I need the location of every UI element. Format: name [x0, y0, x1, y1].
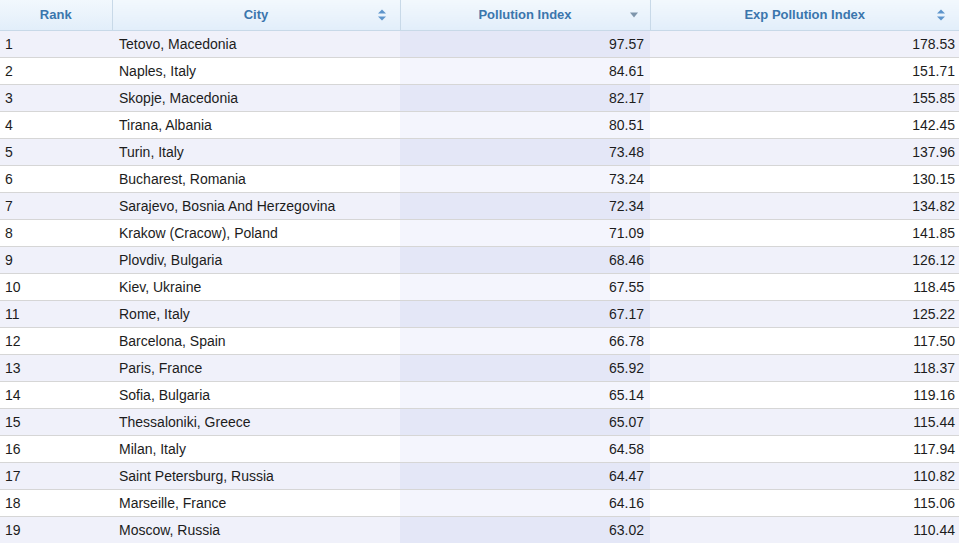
exp-pollution-index-cell: 134.82 — [650, 192, 959, 219]
table-row: 18 Marseille, France 64.16 115.06 — [0, 489, 959, 516]
col-header-exp-pollution-index[interactable]: Exp Pollution Index — [650, 0, 959, 30]
pollution-index-cell: 97.57 — [400, 30, 650, 57]
city-cell: Tetovo, Macedonia — [112, 30, 400, 57]
rank-cell: 2 — [0, 57, 112, 84]
rank-cell: 7 — [0, 192, 112, 219]
rank-cell: 18 — [0, 489, 112, 516]
sort-both-icon — [378, 8, 386, 21]
pollution-index-cell: 68.46 — [400, 246, 650, 273]
pollution-index-cell: 80.51 — [400, 111, 650, 138]
col-header-rank[interactable]: Rank — [0, 0, 112, 30]
table-row: 15 Thessaloniki, Greece 65.07 115.44 — [0, 408, 959, 435]
table-row: 3 Skopje, Macedonia 82.17 155.85 — [0, 84, 959, 111]
pollution-index-cell: 65.14 — [400, 381, 650, 408]
exp-pollution-index-cell: 118.37 — [650, 354, 959, 381]
city-cell: Thessaloniki, Greece — [112, 408, 400, 435]
col-header-city-label: City — [244, 7, 269, 22]
exp-pollution-index-cell: 141.85 — [650, 219, 959, 246]
sort-desc-icon — [630, 12, 638, 17]
table-row: 16 Milan, Italy 64.58 117.94 — [0, 435, 959, 462]
exp-pollution-index-cell: 117.94 — [650, 435, 959, 462]
rank-cell: 15 — [0, 408, 112, 435]
rank-cell: 6 — [0, 165, 112, 192]
pollution-index-cell: 67.55 — [400, 273, 650, 300]
city-cell: Moscow, Russia — [112, 516, 400, 543]
exp-pollution-index-cell: 137.96 — [650, 138, 959, 165]
table-row: 12 Barcelona, Spain 66.78 117.50 — [0, 327, 959, 354]
pollution-index-cell: 71.09 — [400, 219, 650, 246]
pollution-index-cell: 64.16 — [400, 489, 650, 516]
pollution-index-cell: 67.17 — [400, 300, 650, 327]
city-cell: Bucharest, Romania — [112, 165, 400, 192]
city-cell: Saint Petersburg, Russia — [112, 462, 400, 489]
exp-pollution-index-cell: 117.50 — [650, 327, 959, 354]
rank-cell: 19 — [0, 516, 112, 543]
rank-cell: 16 — [0, 435, 112, 462]
city-cell: Sofia, Bulgaria — [112, 381, 400, 408]
city-cell: Plovdiv, Bulgaria — [112, 246, 400, 273]
city-cell: Naples, Italy — [112, 57, 400, 84]
pollution-index-cell: 72.34 — [400, 192, 650, 219]
col-header-pollution-index[interactable]: Pollution Index — [400, 0, 650, 30]
col-header-rank-label: Rank — [40, 7, 72, 22]
city-cell: Turin, Italy — [112, 138, 400, 165]
rank-cell: 13 — [0, 354, 112, 381]
rank-cell: 3 — [0, 84, 112, 111]
col-header-exp-pollution-index-label: Exp Pollution Index — [744, 7, 865, 22]
table-row: 11 Rome, Italy 67.17 125.22 — [0, 300, 959, 327]
table-row: 1 Tetovo, Macedonia 97.57 178.53 — [0, 30, 959, 57]
table-row: 7 Sarajevo, Bosnia And Herzegovina 72.34… — [0, 192, 959, 219]
pollution-index-cell: 64.47 — [400, 462, 650, 489]
pollution-index-cell: 66.78 — [400, 327, 650, 354]
pollution-index-cell: 84.61 — [400, 57, 650, 84]
table-row: 13 Paris, France 65.92 118.37 — [0, 354, 959, 381]
rank-cell: 8 — [0, 219, 112, 246]
rank-cell: 11 — [0, 300, 112, 327]
table-row: 10 Kiev, Ukraine 67.55 118.45 — [0, 273, 959, 300]
table-row: 2 Naples, Italy 84.61 151.71 — [0, 57, 959, 84]
exp-pollution-index-cell: 142.45 — [650, 111, 959, 138]
rank-cell: 1 — [0, 30, 112, 57]
rank-cell: 10 — [0, 273, 112, 300]
exp-pollution-index-cell: 178.53 — [650, 30, 959, 57]
exp-pollution-index-cell: 115.44 — [650, 408, 959, 435]
city-cell: Tirana, Albania — [112, 111, 400, 138]
table-row: 19 Moscow, Russia 63.02 110.44 — [0, 516, 959, 543]
pollution-index-cell: 64.58 — [400, 435, 650, 462]
table-row: 4 Tirana, Albania 80.51 142.45 — [0, 111, 959, 138]
pollution-index-cell: 65.92 — [400, 354, 650, 381]
table-row: 17 Saint Petersburg, Russia 64.47 110.82 — [0, 462, 959, 489]
rank-cell: 12 — [0, 327, 112, 354]
col-header-pollution-index-label: Pollution Index — [478, 7, 571, 22]
exp-pollution-index-cell: 110.82 — [650, 462, 959, 489]
sort-both-icon — [937, 8, 945, 21]
table-row: 5 Turin, Italy 73.48 137.96 — [0, 138, 959, 165]
city-cell: Paris, France — [112, 354, 400, 381]
rank-cell: 17 — [0, 462, 112, 489]
pollution-index-cell: 73.24 — [400, 165, 650, 192]
city-cell: Skopje, Macedonia — [112, 84, 400, 111]
pollution-index-table: Rank City Pollution Index Exp Pollution … — [0, 0, 959, 543]
pollution-index-cell: 73.48 — [400, 138, 650, 165]
table-row: 9 Plovdiv, Bulgaria 68.46 126.12 — [0, 246, 959, 273]
exp-pollution-index-cell: 151.71 — [650, 57, 959, 84]
pollution-index-cell: 82.17 — [400, 84, 650, 111]
exp-pollution-index-cell: 126.12 — [650, 246, 959, 273]
city-cell: Sarajevo, Bosnia And Herzegovina — [112, 192, 400, 219]
rank-cell: 9 — [0, 246, 112, 273]
city-cell: Marseille, France — [112, 489, 400, 516]
rank-cell: 14 — [0, 381, 112, 408]
table-row: 6 Bucharest, Romania 73.24 130.15 — [0, 165, 959, 192]
pollution-index-cell: 63.02 — [400, 516, 650, 543]
rank-cell: 4 — [0, 111, 112, 138]
table-row: 8 Krakow (Cracow), Poland 71.09 141.85 — [0, 219, 959, 246]
city-cell: Krakow (Cracow), Poland — [112, 219, 400, 246]
city-cell: Milan, Italy — [112, 435, 400, 462]
col-header-city[interactable]: City — [112, 0, 400, 30]
exp-pollution-index-cell: 155.85 — [650, 84, 959, 111]
rank-cell: 5 — [0, 138, 112, 165]
table-body: 1 Tetovo, Macedonia 97.57 178.53 2 Naple… — [0, 30, 959, 543]
pollution-index-cell: 65.07 — [400, 408, 650, 435]
exp-pollution-index-cell: 119.16 — [650, 381, 959, 408]
table-header: Rank City Pollution Index Exp Pollution … — [0, 0, 959, 30]
